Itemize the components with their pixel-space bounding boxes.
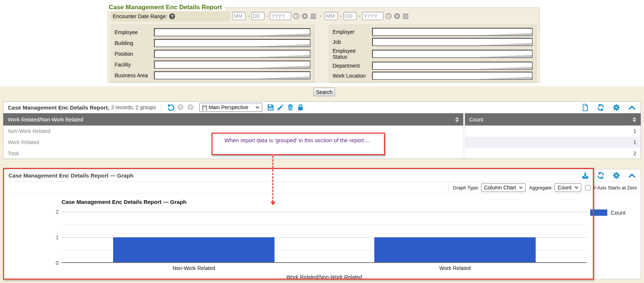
date-range-row: Encounter Date Range: ? - - - xyxy=(111,11,537,22)
x-tick-label: Work Related xyxy=(374,265,536,271)
form-title: Case Management Enc Details Report xyxy=(108,4,225,11)
lock-icon[interactable] xyxy=(297,104,305,111)
help-icon[interactable]: ? xyxy=(169,13,175,19)
form-fields: Employee Building Position Facility Busi… xyxy=(111,25,536,83)
business-area-field[interactable] xyxy=(154,71,310,79)
annotation-arrow xyxy=(272,156,273,202)
calendar-icon[interactable] xyxy=(310,13,317,20)
refresh-icon[interactable] xyxy=(597,172,605,179)
employer-field[interactable] xyxy=(372,28,533,36)
column-header-group[interactable]: Work Related/Non-Work Related xyxy=(3,113,463,126)
clock-icon[interactable] xyxy=(293,13,300,20)
gridline xyxy=(62,212,586,212)
date-range-inputs: - - - - - xyxy=(232,12,409,20)
download-icon[interactable] xyxy=(581,172,589,179)
x-tick-label: Non-Work Related xyxy=(113,265,275,271)
job-field[interactable] xyxy=(372,38,533,46)
date-from-month-input[interactable] xyxy=(232,12,246,20)
toolbar-divider xyxy=(161,103,161,112)
report-title: Case Management Enc Details Report, xyxy=(8,104,109,111)
clear-icon[interactable] xyxy=(301,13,308,20)
column-header-group-label: Work Related/Non-Work Related xyxy=(8,117,83,123)
graph-panel-header: Case Management Enc Details Report — Gra… xyxy=(3,169,641,182)
sort-icon[interactable] xyxy=(632,117,636,122)
yaxis-zero-label: Y-Axis Starts at Zero xyxy=(593,185,637,191)
field-label-employee: Employee xyxy=(115,29,152,35)
field-label-job: Job xyxy=(333,39,370,45)
search-button[interactable]: Search xyxy=(313,88,335,96)
graph-controls: Graph Type: Column Chart Aggregate: Coun… xyxy=(3,182,641,194)
collapse-icon[interactable] xyxy=(628,172,636,179)
new-document-icon[interactable] xyxy=(581,104,589,111)
date-to-month-input[interactable] xyxy=(325,12,338,20)
field-label-position: Position xyxy=(115,51,152,57)
next-icon[interactable] xyxy=(187,104,195,111)
previous-icon[interactable] xyxy=(177,104,185,111)
y-tick-0: 0 xyxy=(48,260,59,266)
report-summary: 2 records, 2 groups xyxy=(111,104,156,110)
field-label-business-area: Business Area xyxy=(115,72,152,78)
plot-area: 2 1 0 Non-Work Related Work Related Work… xyxy=(62,212,586,263)
calendar-icon[interactable] xyxy=(402,13,409,20)
row-count-cell: 1 xyxy=(465,126,641,137)
field-label-building: Building xyxy=(115,40,152,46)
report-toolbar: Case Management Enc Details Report, 2 re… xyxy=(3,102,641,113)
gridline xyxy=(62,225,586,225)
bar-non-work-related xyxy=(113,237,275,263)
date-separator: - xyxy=(247,13,250,19)
clock-icon[interactable] xyxy=(385,13,392,20)
edit-icon[interactable] xyxy=(277,104,285,111)
yaxis-zero-checkbox[interactable] xyxy=(585,185,591,191)
settings-icon[interactable] xyxy=(612,172,620,179)
graph-toolbar-right xyxy=(580,172,637,179)
aggregate-value: Count xyxy=(558,185,571,191)
delete-icon[interactable] xyxy=(287,104,295,111)
work-location-field[interactable] xyxy=(372,72,533,80)
graph-panel: Case Management Enc Details Report — Gra… xyxy=(3,169,641,279)
undo-icon[interactable] xyxy=(167,104,175,111)
date-from-year-input[interactable] xyxy=(270,12,291,20)
aggregate-select[interactable]: Count xyxy=(555,183,581,192)
clear-icon[interactable] xyxy=(394,13,401,20)
column-header-count-label: Count xyxy=(469,117,483,123)
search-form-panel: Case Management Enc Details Report Encou… xyxy=(108,7,540,82)
date-from-day-input[interactable] xyxy=(251,12,264,20)
table-header-row: Work Related/Non-Work Related Count xyxy=(3,113,641,126)
refresh-icon[interactable] xyxy=(597,104,605,111)
row-count-cell: 1 xyxy=(465,137,641,148)
x-axis-line xyxy=(62,262,586,263)
bar-work-related xyxy=(374,237,536,263)
legend-swatch xyxy=(590,209,607,216)
date-to-year-input[interactable] xyxy=(362,12,384,20)
position-field[interactable] xyxy=(154,50,310,58)
field-label-department: Department xyxy=(333,63,370,69)
date-separator: - xyxy=(358,13,361,19)
y-tick-1: 1 xyxy=(48,234,59,240)
date-separator: - xyxy=(266,13,269,19)
graph-panel-title: Case Management Enc Details Report — Gra… xyxy=(9,172,134,179)
employee-status-field[interactable] xyxy=(372,50,533,58)
building-field[interactable] xyxy=(154,39,310,47)
x-axis-title: Work Related/Non-Work Related xyxy=(62,274,586,280)
collapse-icon[interactable] xyxy=(628,104,636,111)
field-label-employer: Employer xyxy=(333,29,370,35)
graph-type-select[interactable]: Column Chart xyxy=(481,183,526,192)
sort-icon[interactable] xyxy=(455,117,459,122)
save-icon[interactable] xyxy=(267,104,275,111)
date-range-label: Encounter Date Range: xyxy=(113,13,167,19)
settings-icon[interactable] xyxy=(612,104,620,111)
chart-title: Case Management Enc Details Report — Gra… xyxy=(62,199,187,205)
column-header-count[interactable]: Count xyxy=(465,113,641,126)
facility-field[interactable] xyxy=(154,61,310,69)
chevron-down-icon xyxy=(256,106,259,109)
perspective-select[interactable]: [*] Main Perspective xyxy=(199,103,262,112)
field-label-employee-status: Employee Status xyxy=(333,48,370,60)
employee-field[interactable] xyxy=(154,28,310,36)
date-range-label-cell: Encounter Date Range: ? xyxy=(111,11,230,22)
perspective-value: [*] Main Perspective xyxy=(202,104,249,110)
chevron-down-icon xyxy=(575,186,578,189)
department-field[interactable] xyxy=(372,62,533,70)
report-toolbar-right xyxy=(580,104,637,111)
aggregate-label: Aggregate: xyxy=(529,185,553,191)
date-to-day-input[interactable] xyxy=(344,12,357,20)
